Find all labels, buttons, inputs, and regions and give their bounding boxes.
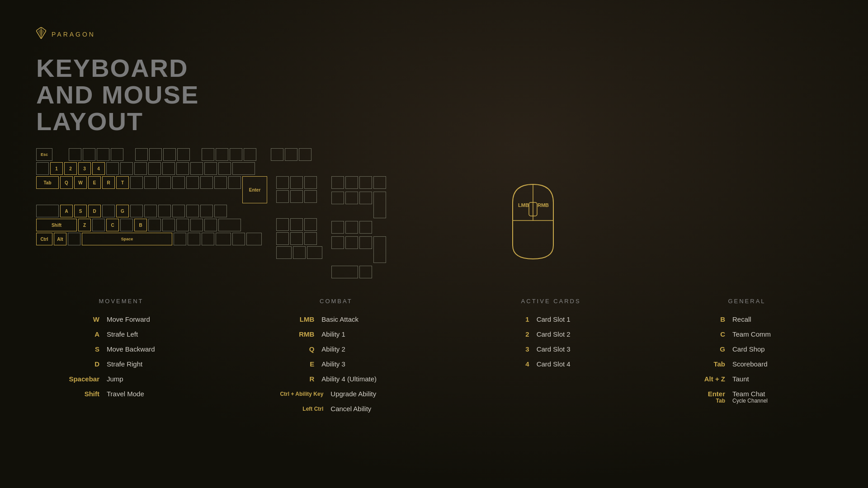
key-label: 1 — [493, 315, 529, 323]
binding-row: 4 Card Slot 4 — [493, 360, 609, 368]
key-c: C — [106, 219, 119, 231]
key-esc: Esc — [36, 148, 52, 161]
logo-area: PARAGON — [36, 27, 832, 42]
action-label: Jump — [107, 375, 179, 383]
page-title: KEYBOARD AND MOUSE LAYOUT — [36, 55, 832, 135]
key-label: C — [689, 330, 725, 338]
keyboard-diagram: Esc — [36, 148, 386, 280]
key-4: 4 — [92, 162, 105, 175]
action-label: Scoreboard — [732, 360, 805, 368]
key-space: Space — [82, 233, 172, 245]
binding-row: Tab Scoreboard — [689, 360, 805, 368]
key-g: G — [116, 205, 129, 217]
key-label-enter: Enter — [708, 390, 725, 398]
key-label: D — [63, 360, 99, 368]
active-cards-section: ACTIVE CARDS 1 Card Slot 1 2 Card Slot 2… — [493, 298, 609, 420]
key-a: A — [60, 205, 73, 217]
binding-row: Left Ctrl Cancel Ability — [259, 405, 413, 413]
action-label: Card Slot 4 — [537, 360, 609, 368]
action-label-cycle: Cycle Channel — [732, 398, 805, 404]
key-label: LMB — [278, 315, 314, 323]
general-section: GENERAL B Recall C Team Comm G Card Shop… — [689, 298, 805, 420]
action-label-group: Team Chat Cycle Channel — [732, 390, 805, 404]
key-ctrl: Ctrl — [36, 233, 52, 245]
action-label: Card Slot 1 — [537, 315, 609, 323]
binding-row: B Recall — [689, 315, 805, 323]
key-label: G — [689, 345, 725, 353]
key-s: S — [74, 205, 87, 217]
active-cards-title: ACTIVE CARDS — [521, 298, 581, 305]
action-label: Card Slot 3 — [537, 345, 609, 353]
key-label: 2 — [493, 330, 529, 338]
binding-row: Q Ability 2 — [259, 345, 413, 353]
key-1: 1 — [50, 162, 63, 175]
key-q: Q — [60, 176, 73, 189]
movement-section: MOVEMENT W Move Forward A Strafe Left S … — [63, 298, 179, 420]
action-label: Travel Mode — [107, 390, 179, 398]
key-label: W — [63, 315, 99, 323]
action-label: Team Comm — [732, 330, 805, 338]
key-label: Alt + Z — [689, 375, 725, 383]
binding-row: Shift Travel Mode — [63, 390, 179, 398]
key-label: Spacebar — [63, 375, 99, 383]
binding-row: D Strafe Right — [63, 360, 179, 368]
general-title: GENERAL — [728, 298, 765, 305]
binding-row: A Strafe Left — [63, 330, 179, 338]
binding-row: 3 Card Slot 3 — [493, 345, 609, 353]
binding-row: W Move Forward — [63, 315, 179, 323]
bindings-container: MOVEMENT W Move Forward A Strafe Left S … — [36, 298, 832, 420]
key-shift: Shift — [36, 219, 77, 231]
key-label: Ctrl + Ability Key — [269, 391, 323, 397]
key-label: RMB — [278, 330, 314, 338]
binding-row: S Move Backward — [63, 345, 179, 353]
key-3: 3 — [78, 162, 91, 175]
key-label: Left Ctrl — [269, 406, 323, 412]
binding-row: LMB Basic Attack — [259, 315, 413, 323]
movement-title: MOVEMENT — [99, 298, 143, 305]
action-label: Card Slot 2 — [537, 330, 609, 338]
svg-text:RMB: RMB — [538, 202, 549, 208]
action-label: Ability 3 — [321, 360, 394, 368]
key-label-tab: Tab — [716, 398, 725, 404]
key-b: B — [134, 219, 147, 231]
action-label: Strafe Right — [107, 360, 179, 368]
action-label-teamchat: Team Chat — [732, 390, 805, 398]
mouse-svg: LMB RMB — [504, 175, 562, 266]
key-label: Tab — [689, 360, 725, 368]
key-e: E — [88, 176, 101, 189]
binding-row: 2 Card Slot 2 — [493, 330, 609, 338]
action-label: Taunt — [732, 375, 805, 383]
svg-text:LMB: LMB — [518, 202, 529, 208]
key-d: D — [88, 205, 101, 217]
binding-row: G Card Shop — [689, 345, 805, 353]
binding-row: Alt + Z Taunt — [689, 375, 805, 383]
key-w: W — [74, 176, 87, 189]
action-label: Ability 2 — [321, 345, 394, 353]
binding-row: C Team Comm — [689, 330, 805, 338]
key-label: A — [63, 330, 99, 338]
keyboard-section: Esc — [36, 148, 832, 280]
action-label: Cancel Ability — [330, 405, 403, 413]
binding-row: Enter Tab Team Chat Cycle Channel — [689, 390, 805, 404]
binding-row: 1 Card Slot 1 — [493, 315, 609, 323]
key-label: Shift — [63, 390, 99, 398]
binding-row: Spacebar Jump — [63, 375, 179, 383]
combat-section: COMBAT LMB Basic Attack RMB Ability 1 Q … — [259, 298, 413, 420]
action-label: Upgrade Ability — [330, 390, 403, 398]
mouse-diagram: LMB RMB — [504, 175, 562, 266]
action-label: Move Backward — [107, 345, 179, 353]
key-label: E — [278, 360, 314, 368]
action-label: Card Shop — [732, 345, 805, 353]
key-label: 4 — [493, 360, 529, 368]
key-alt: Alt — [54, 233, 66, 245]
key-enter: Enter — [242, 176, 267, 203]
binding-row: R Ability 4 (Ultimate) — [259, 375, 413, 383]
combat-title: COMBAT — [320, 298, 353, 305]
key-label: B — [689, 315, 725, 323]
key-label-group: Enter Tab — [689, 390, 725, 404]
key-label: 3 — [493, 345, 529, 353]
key-label: S — [63, 345, 99, 353]
key-t: T — [116, 176, 129, 189]
action-label: Strafe Left — [107, 330, 179, 338]
key-tab: Tab — [36, 176, 59, 189]
